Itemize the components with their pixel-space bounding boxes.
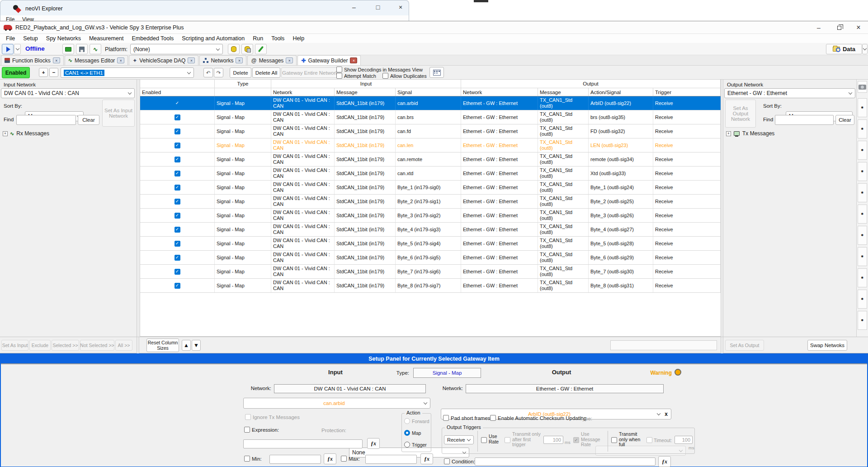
- enabled-checkbox[interactable]: ✓: [175, 185, 180, 191]
- condition-input[interactable]: [475, 457, 656, 466]
- condition-checkbox[interactable]: [444, 458, 450, 464]
- cell-enabled[interactable]: ✓: [140, 279, 215, 292]
- enabled-checkbox[interactable]: ✓: [175, 269, 180, 275]
- move-up-button[interactable]: ▲: [182, 340, 191, 351]
- max-input[interactable]: [365, 455, 417, 464]
- tab-close-icon[interactable]: ×: [236, 57, 243, 63]
- undo-button[interactable]: ↶: [203, 68, 213, 77]
- menu-help[interactable]: Help: [288, 34, 308, 43]
- table-row[interactable]: ✓Signal - MapDW CAN 01 - Vivid CAN : CAN…: [140, 279, 721, 293]
- enabled-checkbox[interactable]: ✓: [175, 157, 180, 162]
- table-row[interactable]: ✓Signal - MapDW CAN 01 - Vivid CAN : CAN…: [140, 96, 721, 110]
- platform-select[interactable]: (None): [130, 44, 223, 54]
- rate-ms-input[interactable]: 100: [543, 436, 563, 444]
- cell-enabled[interactable]: ✓: [140, 223, 215, 236]
- max-row[interactable]: Max:: [341, 456, 360, 462]
- enabled-checkbox[interactable]: ✓: [175, 241, 180, 247]
- show-decodings-checkbox-row[interactable]: Show Decodings in Messages View: [336, 67, 423, 72]
- allow-duplicates-checkbox[interactable]: [382, 73, 388, 79]
- dock-button[interactable]: ✱: [858, 268, 867, 287]
- enabled-checkbox[interactable]: ✓: [175, 143, 180, 148]
- table-row[interactable]: ✓Signal - MapDW CAN 01 - Vivid CAN : CAN…: [140, 138, 721, 152]
- dock-button[interactable]: ✱: [858, 141, 867, 160]
- table-row[interactable]: ✓Signal - MapDW CAN 01 - Vivid CAN : CAN…: [140, 209, 721, 223]
- table-row[interactable]: ✓Signal - MapDW CAN 01 - Vivid CAN : CAN…: [140, 265, 721, 279]
- expand-icon[interactable]: +: [3, 131, 8, 136]
- restore-button[interactable]: [830, 22, 849, 33]
- expression-row[interactable]: Expression:: [244, 427, 279, 433]
- tab-close-icon[interactable]: ×: [286, 57, 293, 63]
- database-button[interactable]: [228, 44, 240, 54]
- menu-spy-networks[interactable]: Spy Networks: [42, 34, 85, 43]
- timeout-checkbox[interactable]: [646, 437, 652, 443]
- action-trigger-option[interactable]: Trigger: [404, 442, 427, 448]
- clear-find-button[interactable]: Clear: [835, 115, 854, 125]
- selected-button[interactable]: Selected >>: [52, 340, 79, 351]
- measurement-button[interactable]: ∿: [90, 44, 101, 54]
- dock-button[interactable]: ✱: [858, 162, 867, 181]
- cell-enabled[interactable]: ✓: [140, 167, 215, 180]
- screenshot-button[interactable]: [858, 81, 867, 93]
- dock-button[interactable]: ✱: [858, 311, 867, 330]
- set-as-input-network-button[interactable]: Set As Input Network: [102, 100, 135, 127]
- exclude-button[interactable]: Exclude: [29, 340, 51, 351]
- show-decodings-checkbox[interactable]: [336, 67, 342, 72]
- col-trigger[interactable]: Trigger: [653, 88, 721, 96]
- dock-button[interactable]: ✱: [858, 183, 867, 202]
- max-checkbox[interactable]: [341, 456, 347, 462]
- cell-enabled[interactable]: ✓: [140, 265, 215, 278]
- tx-messages-tree-item[interactable]: + Tx Messages: [726, 130, 774, 137]
- all-button[interactable]: All >>: [115, 340, 132, 351]
- cell-enabled[interactable]: ✓: [140, 152, 215, 166]
- expression-checkbox[interactable]: [244, 427, 250, 433]
- col-out-network[interactable]: Network: [461, 88, 538, 96]
- neovi-minimize-button[interactable]: –: [345, 2, 363, 12]
- menu-measurement[interactable]: Measurement: [85, 34, 127, 43]
- enabled-checkbox[interactable]: ✓: [175, 255, 180, 261]
- warning-indicator-icon[interactable]: [675, 369, 681, 376]
- expression-input[interactable]: [243, 439, 363, 448]
- tab-close-icon[interactable]: ×: [53, 57, 60, 63]
- attempt-match-checkbox-row[interactable]: Attempt Match: [336, 73, 376, 79]
- cell-enabled[interactable]: ✓: [140, 195, 215, 208]
- build-matrix-button[interactable]: [429, 67, 444, 78]
- col-out-signal[interactable]: Action/Signal: [589, 88, 653, 96]
- cell-enabled[interactable]: ✓: [140, 124, 215, 138]
- dock-button[interactable]: ✱: [858, 98, 867, 117]
- condition-fx-button[interactable]: ƒx: [658, 456, 671, 467]
- input-signal-select[interactable]: can.arbid: [243, 398, 430, 409]
- action-map-option[interactable]: Map: [404, 430, 421, 436]
- enabled-checkbox[interactable]: ✓: [175, 283, 180, 289]
- attempt-match-checkbox[interactable]: [336, 73, 342, 79]
- table-row[interactable]: ✓Signal - MapDW CAN 01 - Vivid CAN : CAN…: [140, 110, 721, 124]
- tab-close-icon[interactable]: ×: [350, 57, 357, 63]
- ignore-tx-row[interactable]: Ignore Tx Messages: [245, 414, 300, 420]
- col-type[interactable]: [215, 88, 271, 96]
- trigger-mode-select[interactable]: Receive: [444, 435, 474, 444]
- expression-fx-button[interactable]: ƒx: [367, 438, 380, 449]
- col-out-message[interactable]: Message: [538, 88, 589, 96]
- play-dropdown-button[interactable]: [14, 44, 21, 54]
- set-as-output-network-button[interactable]: Set As Output Network: [725, 100, 756, 128]
- action-forward-option[interactable]: Forward: [404, 418, 429, 424]
- not-selected-button[interactable]: Not Selected >>: [80, 340, 114, 351]
- cell-enabled[interactable]: ✓: [140, 96, 215, 110]
- dock-button[interactable]: ✱: [858, 247, 867, 266]
- transmit-when-full-checkbox[interactable]: [611, 437, 617, 443]
- remove-gateway-button[interactable]: −: [49, 68, 58, 77]
- close-button[interactable]: ×: [849, 22, 868, 33]
- min-input[interactable]: [269, 455, 321, 464]
- cell-enabled[interactable]: ✓: [140, 110, 215, 124]
- allow-duplicates-checkbox-row[interactable]: Allow Duplicates: [382, 73, 427, 79]
- horizontal-scrollbar[interactable]: [610, 340, 717, 350]
- save-button[interactable]: [76, 44, 88, 54]
- enabled-checkbox[interactable]: ✓: [175, 213, 180, 219]
- data-dropdown-button[interactable]: [862, 44, 868, 54]
- map-radio[interactable]: [404, 430, 410, 436]
- menu-scripting-automation[interactable]: Scripting and Automation: [178, 34, 249, 43]
- tab-gateway-builder[interactable]: ✚Gateway Builder×: [297, 55, 361, 65]
- table-row[interactable]: ✓Signal - MapDW CAN 01 - Vivid CAN : CAN…: [140, 223, 721, 237]
- redo-button[interactable]: ↷: [214, 68, 223, 77]
- dock-button[interactable]: ✱: [858, 205, 867, 224]
- neovi-maximize-button[interactable]: □: [369, 2, 387, 12]
